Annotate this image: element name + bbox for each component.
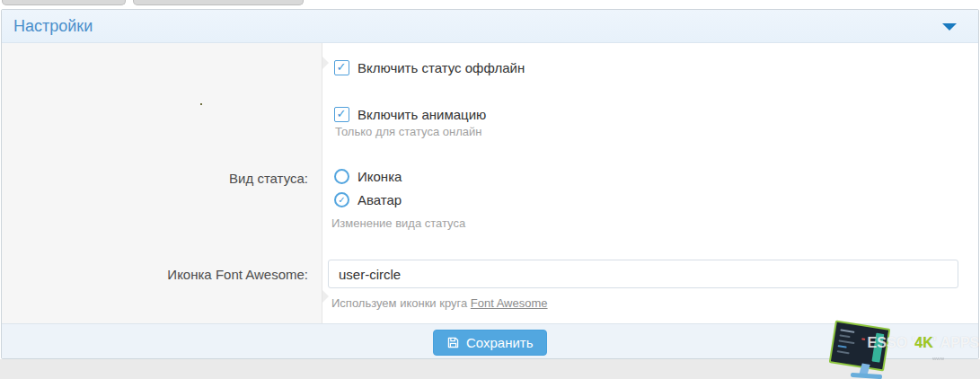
fa-icon-hint-text: Используем иконки круга bbox=[331, 296, 471, 310]
chevron-down-icon[interactable] bbox=[942, 23, 957, 31]
page-background-strip bbox=[0, 359, 980, 379]
panel-header[interactable]: Настройки bbox=[2, 10, 978, 43]
tab-fragment-2[interactable] bbox=[133, 0, 304, 5]
save-button-label: Сохранить bbox=[466, 335, 534, 350]
panel-footer: Сохранить bbox=[2, 323, 978, 358]
status-view-option-avatar: Аватар bbox=[334, 192, 402, 207]
settings-panel: Настройки Включить статус оффлайн Включи… bbox=[1, 9, 979, 359]
status-view-option-icon: Иконка bbox=[334, 169, 402, 184]
row-pointer-decoration bbox=[322, 290, 329, 303]
offline-status-checkbox[interactable] bbox=[334, 60, 349, 75]
page: Настройки Включить статус оффлайн Включи… bbox=[0, 0, 980, 379]
status-view-label: Вид статуса: bbox=[2, 171, 308, 186]
icon-radio[interactable] bbox=[334, 169, 349, 184]
row-pointer-decoration bbox=[322, 57, 329, 69]
animation-row: Включить анимацию bbox=[334, 107, 486, 122]
fa-icon-label: Иконка Font Awesome: bbox=[2, 267, 308, 282]
panel-title: Настройки bbox=[13, 10, 93, 42]
offline-status-row: Включить статус оффлайн bbox=[334, 60, 525, 75]
tab-fragment-1[interactable] bbox=[2, 0, 126, 5]
font-awesome-link[interactable]: Font Awesome bbox=[471, 296, 548, 310]
status-view-hint: Изменение вида статуса bbox=[331, 216, 465, 230]
save-button[interactable]: Сохранить bbox=[433, 330, 547, 356]
avatar-radio-label[interactable]: Аватар bbox=[358, 192, 402, 207]
animation-checkbox[interactable] bbox=[334, 107, 349, 122]
fa-icon-hint: Используем иконки круга Font Awesome bbox=[331, 296, 548, 310]
offline-status-label[interactable]: Включить статус оффлайн bbox=[358, 60, 525, 75]
stray-dot bbox=[200, 103, 202, 105]
floppy-disk-icon bbox=[446, 336, 460, 349]
panel-body: Включить статус оффлайн Включить анимаци… bbox=[2, 43, 978, 324]
icon-radio-label[interactable]: Иконка bbox=[358, 169, 402, 184]
avatar-radio[interactable] bbox=[334, 192, 349, 207]
fa-icon-input[interactable] bbox=[328, 260, 958, 288]
animation-hint: Только для статуса онлайн bbox=[335, 125, 481, 138]
animation-label[interactable]: Включить анимацию bbox=[358, 107, 486, 122]
